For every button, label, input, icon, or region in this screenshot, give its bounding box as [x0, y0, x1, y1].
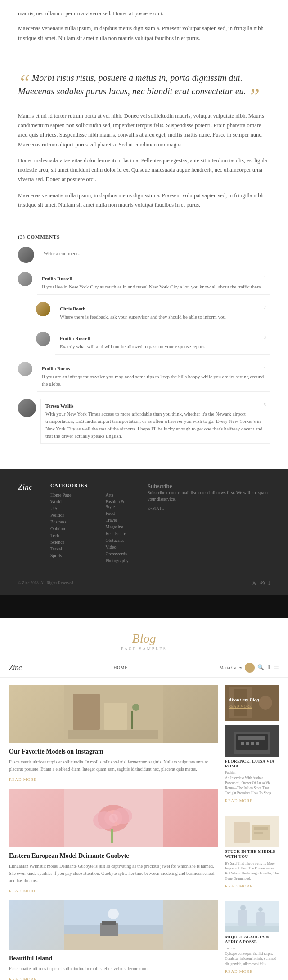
footer-link[interactable]: Crosswords: [106, 551, 130, 556]
article-para-2: Maecenas venenatis nulla ipsum, in dapib…: [18, 24, 270, 43]
footer-link[interactable]: U.S.: [50, 506, 88, 511]
blog-two-col: Our Favorite Models on Instagram Fusce m…: [9, 685, 279, 980]
comment-item-reply-2: Emilio Russell Exactly what will and wil…: [36, 332, 270, 355]
footer-link[interactable]: Travel: [50, 546, 88, 551]
post3-text: Fusce mattis ultrices turpis et sollicit…: [9, 965, 218, 972]
comment-author: Emilio Russell: [60, 336, 265, 341]
dark-separator: [0, 595, 288, 618]
footer-link[interactable]: Travel: [106, 518, 130, 523]
svg-rect-2: [104, 703, 127, 730]
footer-link[interactable]: Fashion & Style: [106, 499, 130, 509]
comment-number: 4: [264, 365, 266, 370]
sidebar-florence-subtitle: Fashion: [225, 771, 279, 775]
comment-author: Teresa Wallis: [45, 403, 265, 408]
sidebar-item-florence: FLORENCE: LUISA VIA ROMA Fashion An Inte…: [225, 725, 279, 810]
footer-link[interactable]: Arts: [106, 492, 130, 497]
footer-social: 𝕏 ◎ f: [252, 580, 270, 586]
footer-email-input[interactable]: [148, 512, 220, 521]
twitter-icon[interactable]: 𝕏: [252, 580, 256, 586]
footer-link[interactable]: Photography: [106, 558, 130, 563]
footer-link[interactable]: Politics: [50, 513, 88, 518]
avatar: [36, 332, 50, 346]
comment-text: If you are an infrequent traveler you ma…: [42, 373, 265, 388]
footer-link[interactable]: Real Estate: [106, 531, 130, 536]
sidebar-stuck-read-more[interactable]: READ MORE: [225, 884, 253, 888]
footer-link[interactable]: World: [50, 499, 88, 504]
sidebar-item-img-miquel: [225, 901, 279, 932]
footer-link[interactable]: Video: [106, 545, 130, 550]
svg-point-10: [93, 811, 116, 829]
sidebar-stuck-text: It's Said That The Jewelry Is More Impor…: [225, 861, 279, 881]
svg-rect-5: [68, 730, 158, 739]
blockquote: Morbi risus risus, posuere a metus in, p…: [18, 71, 270, 98]
footer-link[interactable]: Business: [50, 519, 88, 524]
comment-content: Teresa Wallis With your New York Times a…: [40, 399, 270, 444]
comments-section: (3) COMMENTS Emilio Russell If you live …: [0, 225, 288, 469]
post3-read-more[interactable]: READ MORE: [9, 977, 37, 980]
svg-point-11: [112, 808, 132, 824]
instagram-icon[interactable]: ◎: [260, 580, 265, 586]
blog-demo: Our Favorite Models on Instagram Fusce m…: [0, 678, 288, 980]
blog-main: Our Favorite Models on Instagram Fusce m…: [9, 685, 218, 980]
post2-text: Lithuanian swimsuit model Deimante Guoby…: [9, 863, 218, 884]
comment-content: Emilio Burns If you are an infrequent tr…: [37, 362, 270, 392]
footer-link[interactable]: Obituaries: [106, 538, 130, 543]
nav-link-home[interactable]: HOME: [113, 665, 127, 670]
comment-input[interactable]: [39, 247, 270, 260]
about-blog-overlay: About my Blog READ MORE: [225, 685, 279, 721]
sidebar-miquel-subtitle: Tumblr: [225, 946, 279, 950]
facebook-icon[interactable]: f: [268, 580, 270, 586]
footer-link[interactable]: Magazine: [106, 524, 130, 529]
footer-bottom: © Zinc 2018. All Rights Reserved. 𝕏 ◎ f: [18, 574, 270, 586]
blog-sidebar: About my Blog READ MORE: [225, 685, 279, 980]
about-blog-title: About my Blog: [229, 696, 275, 703]
svg-rect-4: [131, 711, 133, 729]
share-icon[interactable]: ⬆: [267, 664, 271, 671]
comment-content: Chris Booth Where there is feedback, ask…: [55, 302, 270, 325]
search-icon[interactable]: 🔍: [257, 664, 264, 671]
post1-image: [9, 685, 218, 743]
footer-link[interactable]: Science: [50, 540, 88, 545]
nav-icons: 🔍 ⬆ ☰: [257, 664, 279, 671]
post1-text: Fusce mattis ultrices turpis et sollicit…: [9, 758, 218, 773]
comment-item: Emilio Russell If you live in New York C…: [18, 272, 270, 295]
svg-rect-27: [241, 742, 244, 745]
blog-nav-links: HOME: [113, 665, 127, 670]
post1-title: Our Favorite Models on Instagram: [9, 748, 218, 756]
svg-rect-12: [111, 829, 113, 843]
post1-read-more[interactable]: READ MORE: [9, 777, 37, 782]
comment-input-area: [18, 247, 270, 263]
blog-nav: Zinc HOME Maria Carey 🔍 ⬆ ☰: [0, 658, 288, 678]
sidebar-florence-title: FLORENCE: LUISA VIA ROMA: [225, 759, 279, 769]
svg-rect-42: [225, 901, 279, 926]
sidebar-item-img-florence: [225, 725, 279, 757]
current-user-avatar: [18, 247, 34, 263]
about-blog-read-more[interactable]: READ MORE: [229, 705, 275, 709]
sidebar-miquel-text: Quisque consequat facilisi turpis. Curab…: [225, 951, 279, 967]
blog-title: Blog: [0, 631, 288, 646]
svg-rect-29: [251, 742, 254, 745]
comment-text: Exactly what will and will not be allowe…: [60, 343, 265, 350]
footer-link[interactable]: Tech: [50, 533, 88, 538]
body-para-2: Donec malesuada vitae vitae dolor fermen…: [18, 156, 270, 185]
blog-header: Blog PAGE SAMPLES: [0, 618, 288, 658]
post3-title: Beautiful Island: [9, 954, 218, 962]
footer-categories-title: Categories: [50, 483, 88, 488]
sidebar-florence-read-more[interactable]: READ MORE: [225, 798, 253, 803]
svg-rect-34: [254, 827, 268, 830]
footer-email-label: E-MAIL: [148, 506, 270, 510]
footer-link[interactable]: Opinion: [50, 526, 88, 531]
menu-icon[interactable]: ☰: [274, 664, 279, 671]
sidebar-miquel-read-more[interactable]: READ MORE: [225, 969, 253, 974]
footer-copyright: © Zinc 2018. All Rights Reserved.: [18, 581, 74, 585]
footer-link[interactable]: Home Page: [50, 492, 88, 497]
comment-number: 5: [264, 402, 266, 407]
article-body: Mauris et mi id tortor rutrum porta at v…: [0, 107, 288, 225]
body-para-1: Mauris et mi id tortor rutrum porta at v…: [18, 111, 270, 150]
footer-link[interactable]: Sports: [50, 553, 88, 558]
footer-link[interactable]: Food: [106, 511, 130, 516]
post2-read-more[interactable]: READ MORE: [9, 889, 37, 893]
comment-item-4: Emilio Burns If you are an infrequent tr…: [18, 362, 270, 392]
comment-item-5: Teresa Wallis With your New York Times a…: [18, 399, 270, 444]
comment-author: Emilio Russell: [42, 276, 265, 281]
